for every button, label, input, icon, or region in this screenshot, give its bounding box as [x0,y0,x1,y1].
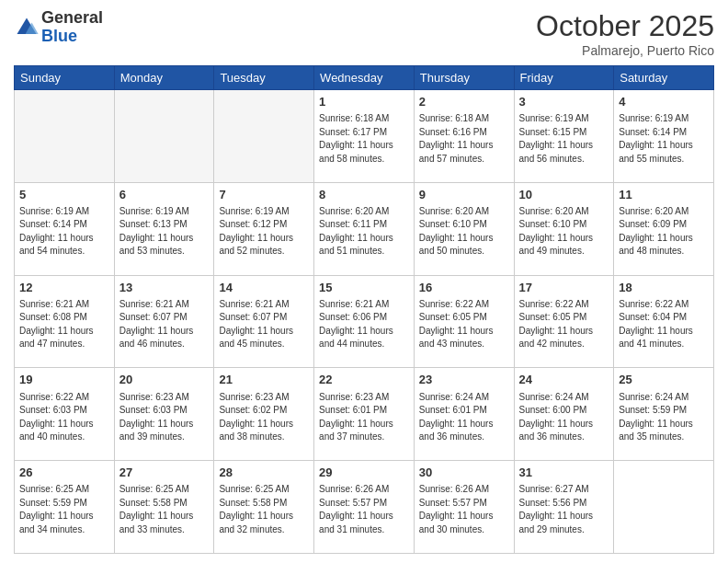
day-info: Sunrise: 6:25 AMSunset: 5:59 PMDaylight:… [19,483,109,536]
table-row: 19Sunrise: 6:22 AMSunset: 6:03 PMDayligh… [15,368,115,461]
day-number: 12 [19,280,109,296]
day-info: Sunrise: 6:19 AMSunset: 6:13 PMDaylight:… [119,205,210,259]
table-row: 30Sunrise: 6:26 AMSunset: 5:57 PMDayligh… [414,461,514,554]
table-row: 29Sunrise: 6:26 AMSunset: 5:57 PMDayligh… [314,461,415,554]
logo-blue-text: Blue [41,27,77,45]
logo-icon [14,15,40,40]
table-row: 8Sunrise: 6:20 AMSunset: 6:11 PMDaylight… [314,182,415,275]
day-number: 28 [219,465,309,481]
day-number: 14 [219,280,309,296]
col-wednesday: Wednesday [314,66,415,90]
day-number: 31 [519,465,609,481]
day-info: Sunrise: 6:21 AMSunset: 6:08 PMDaylight:… [19,298,109,351]
title-block: October 2025 Palmarejo, Puerto Rico [536,9,714,58]
table-row: 22Sunrise: 6:23 AMSunset: 6:01 PMDayligh… [314,368,415,461]
day-number: 10 [519,187,609,203]
table-row: 1Sunrise: 6:18 AMSunset: 6:17 PMDaylight… [314,90,415,183]
day-number: 15 [319,280,409,296]
table-row [15,90,115,183]
table-row: 9Sunrise: 6:20 AMSunset: 6:10 PMDaylight… [414,182,514,275]
day-number: 11 [619,187,709,203]
day-info: Sunrise: 6:19 AMSunset: 6:14 PMDaylight:… [19,205,109,259]
table-row: 18Sunrise: 6:22 AMSunset: 6:04 PMDayligh… [614,275,714,368]
day-info: Sunrise: 6:19 AMSunset: 6:14 PMDaylight:… [619,112,709,166]
day-number: 18 [619,280,709,296]
day-info: Sunrise: 6:26 AMSunset: 5:57 PMDaylight:… [419,483,509,536]
col-tuesday: Tuesday [214,66,314,90]
day-number: 25 [619,372,709,388]
day-number: 5 [19,187,109,203]
day-number: 2 [419,94,509,110]
week-row-5: 26Sunrise: 6:25 AMSunset: 5:59 PMDayligh… [15,461,714,554]
day-info: Sunrise: 6:22 AMSunset: 6:03 PMDaylight:… [19,391,109,444]
table-row [114,90,214,183]
logo-text: General Blue [41,9,103,46]
day-number: 27 [119,465,210,481]
table-row [614,461,714,554]
logo-general-text: General [41,8,103,27]
table-row: 27Sunrise: 6:25 AMSunset: 5:58 PMDayligh… [114,461,214,554]
table-row: 20Sunrise: 6:23 AMSunset: 6:03 PMDayligh… [114,368,214,461]
week-row-1: 1Sunrise: 6:18 AMSunset: 6:17 PMDaylight… [15,90,714,183]
day-number: 9 [419,187,509,203]
day-info: Sunrise: 6:21 AMSunset: 6:06 PMDaylight:… [319,298,409,351]
day-info: Sunrise: 6:25 AMSunset: 5:58 PMDaylight:… [219,483,309,536]
logo: General Blue [14,9,103,46]
table-row: 28Sunrise: 6:25 AMSunset: 5:58 PMDayligh… [214,461,314,554]
day-info: Sunrise: 6:20 AMSunset: 6:11 PMDaylight:… [319,205,409,259]
col-saturday: Saturday [614,66,714,90]
day-number: 6 [119,187,210,203]
day-info: Sunrise: 6:27 AMSunset: 5:56 PMDaylight:… [519,483,609,536]
table-row: 26Sunrise: 6:25 AMSunset: 5:59 PMDayligh… [15,461,115,554]
table-row: 31Sunrise: 6:27 AMSunset: 5:56 PMDayligh… [514,461,614,554]
day-info: Sunrise: 6:22 AMSunset: 6:05 PMDaylight:… [519,298,609,351]
table-row: 5Sunrise: 6:19 AMSunset: 6:14 PMDaylight… [15,182,115,275]
table-row: 21Sunrise: 6:23 AMSunset: 6:02 PMDayligh… [214,368,314,461]
day-info: Sunrise: 6:19 AMSunset: 6:12 PMDaylight:… [219,205,309,259]
page: General Blue October 2025 Palmarejo, Pue… [0,0,728,563]
day-number: 22 [319,372,409,388]
day-number: 17 [519,280,609,296]
table-row: 17Sunrise: 6:22 AMSunset: 6:05 PMDayligh… [514,275,614,368]
day-info: Sunrise: 6:21 AMSunset: 6:07 PMDaylight:… [119,298,210,351]
table-row [214,90,314,183]
day-number: 19 [19,372,109,388]
day-info: Sunrise: 6:23 AMSunset: 6:03 PMDaylight:… [119,391,210,444]
table-row: 3Sunrise: 6:19 AMSunset: 6:15 PMDaylight… [514,90,614,183]
day-info: Sunrise: 6:24 AMSunset: 6:01 PMDaylight:… [419,391,509,444]
day-number: 23 [419,372,509,388]
table-row: 16Sunrise: 6:22 AMSunset: 6:05 PMDayligh… [414,275,514,368]
day-info: Sunrise: 6:20 AMSunset: 6:10 PMDaylight:… [519,205,609,259]
week-row-4: 19Sunrise: 6:22 AMSunset: 6:03 PMDayligh… [15,368,714,461]
day-number: 20 [119,372,210,388]
day-number: 26 [19,465,109,481]
table-row: 15Sunrise: 6:21 AMSunset: 6:06 PMDayligh… [314,275,415,368]
day-number: 21 [219,372,309,388]
calendar-table: Sunday Monday Tuesday Wednesday Thursday… [14,65,714,554]
week-row-3: 12Sunrise: 6:21 AMSunset: 6:08 PMDayligh… [15,275,714,368]
table-row: 6Sunrise: 6:19 AMSunset: 6:13 PMDaylight… [114,182,214,275]
header: General Blue October 2025 Palmarejo, Pue… [14,9,714,58]
day-info: Sunrise: 6:25 AMSunset: 5:58 PMDaylight:… [119,483,210,536]
day-info: Sunrise: 6:19 AMSunset: 6:15 PMDaylight:… [519,112,609,166]
day-info: Sunrise: 6:20 AMSunset: 6:10 PMDaylight:… [419,205,509,259]
day-number: 16 [419,280,509,296]
day-info: Sunrise: 6:21 AMSunset: 6:07 PMDaylight:… [219,298,309,351]
day-number: 13 [119,280,210,296]
day-number: 7 [219,187,309,203]
table-row: 7Sunrise: 6:19 AMSunset: 6:12 PMDaylight… [214,182,314,275]
day-info: Sunrise: 6:22 AMSunset: 6:04 PMDaylight:… [619,298,709,351]
table-row: 25Sunrise: 6:24 AMSunset: 5:59 PMDayligh… [614,368,714,461]
table-row: 24Sunrise: 6:24 AMSunset: 6:00 PMDayligh… [514,368,614,461]
day-info: Sunrise: 6:22 AMSunset: 6:05 PMDaylight:… [419,298,509,351]
col-thursday: Thursday [414,66,514,90]
table-row: 12Sunrise: 6:21 AMSunset: 6:08 PMDayligh… [15,275,115,368]
location-subtitle: Palmarejo, Puerto Rico [536,43,714,58]
table-row: 10Sunrise: 6:20 AMSunset: 6:10 PMDayligh… [514,182,614,275]
table-row: 4Sunrise: 6:19 AMSunset: 6:14 PMDaylight… [614,90,714,183]
day-info: Sunrise: 6:24 AMSunset: 6:00 PMDaylight:… [519,391,609,444]
calendar-header-row: Sunday Monday Tuesday Wednesday Thursday… [15,66,714,90]
table-row: 23Sunrise: 6:24 AMSunset: 6:01 PMDayligh… [414,368,514,461]
day-info: Sunrise: 6:18 AMSunset: 6:17 PMDaylight:… [319,112,409,166]
day-info: Sunrise: 6:20 AMSunset: 6:09 PMDaylight:… [619,205,709,259]
